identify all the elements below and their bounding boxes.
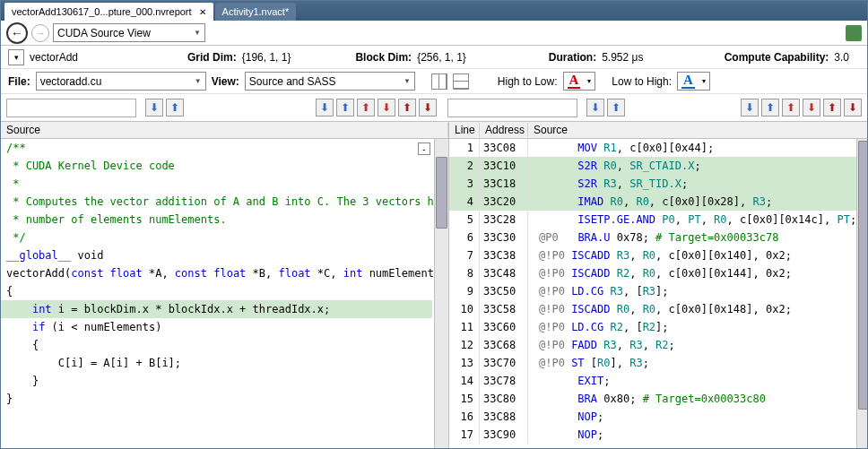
compute-cap-label: Compute Capability: <box>725 51 829 64</box>
grid-dim-label: Grid Dim: <box>187 51 237 64</box>
scrollbar[interactable] <box>434 139 448 449</box>
chevron-down-icon: ▼ <box>194 29 201 37</box>
source-line[interactable]: */ <box>1 229 432 246</box>
view-selector-value: CUDA Source View <box>57 27 151 39</box>
scrollbar[interactable] <box>856 139 868 449</box>
arrow-down-red-icon[interactable]: ⬇ <box>803 99 820 117</box>
sass-row[interactable]: 1433C78 EXIT; <box>449 372 856 390</box>
sass-row[interactable]: 733C38@!P0 ISCADD R3, R0, c[0x0][0x140],… <box>449 246 856 264</box>
scroll-thumb[interactable] <box>858 141 868 410</box>
document-tabs: vectorAdd130617_0...pture_000.nvreport ✕… <box>1 1 867 21</box>
right-filter-input[interactable] <box>447 99 577 117</box>
view-selector-dropdown[interactable]: CUDA Source View ▼ <box>53 23 205 42</box>
dropdown-icon[interactable]: ▾ <box>8 49 24 65</box>
arrow-down-darkred-icon[interactable]: ⬇ <box>419 99 437 117</box>
sass-code-body[interactable]: 133C08 MOV R1, c[0x0][0x44];233C10 S2R R… <box>449 139 868 449</box>
view-label: View: <box>212 75 239 88</box>
source-code-body[interactable]: /** * CUDA Kernel Device code * * Comput… <box>1 139 448 449</box>
low-to-high-button[interactable]: A ▾ <box>677 72 710 91</box>
arrow-down-darkred-icon[interactable]: ⬇ <box>844 99 862 117</box>
arrow-down-blue-icon[interactable]: ⬇ <box>586 99 604 117</box>
source-line[interactable]: * Computes the vector addition of A and … <box>1 193 432 211</box>
nvidia-icon[interactable] <box>846 25 862 41</box>
split-horizontal-button[interactable] <box>431 73 447 90</box>
close-icon[interactable]: ✕ <box>199 7 206 17</box>
chevron-down-icon: ▾ <box>702 77 706 85</box>
sass-row[interactable]: 833C48@!P0 ISCADD R2, R0, c[0x0][0x144],… <box>449 264 856 282</box>
source-pane: Source /** * CUDA Kernel Device code * *… <box>1 121 449 449</box>
sass-row[interactable]: 933C50@!P0 LD.CG R3, [R3]; <box>449 282 856 300</box>
arrow-down-blue-icon[interactable]: ⬇ <box>316 99 334 117</box>
source-line[interactable]: C[i] = A[i] + B[i]; <box>1 354 432 372</box>
sass-row[interactable]: 433C20 IMAD R0, R0, c[0x0][0x28], R3; <box>449 193 856 211</box>
scroll-thumb[interactable] <box>436 157 447 229</box>
sass-row[interactable]: 1033C58@!P0 ISCADD R0, R0, c[0x0][0x148]… <box>449 300 856 318</box>
arrow-up-red-icon[interactable]: ⬆ <box>782 99 800 117</box>
sass-row[interactable]: 1233C68@!P0 FADD R3, R3, R2; <box>449 336 856 354</box>
block-dim-value: {256, 1, 1} <box>417 51 466 64</box>
source-line[interactable]: } <box>1 372 432 390</box>
chevron-down-icon: ▼ <box>404 77 411 85</box>
kernel-info-row: ▾ vectorAdd Grid Dim: {196, 1, 1} Block … <box>1 46 867 69</box>
low-to-high-label: Low to High: <box>612 75 672 88</box>
sass-row[interactable]: 333C18 S2R R3, SR_TID.X; <box>449 175 856 193</box>
arrow-down-blue-icon[interactable]: ⬇ <box>741 99 759 117</box>
source-line[interactable]: { <box>1 336 432 354</box>
source-line[interactable]: /** <box>1 139 432 157</box>
sass-row[interactable]: 1633C88 NOP; <box>449 408 856 426</box>
chevron-down-icon: ▾ <box>587 77 591 85</box>
sass-row[interactable]: 1133C60@!P0 LD.CG R2, [R2]; <box>449 318 856 336</box>
file-label: File: <box>8 75 30 88</box>
sass-row[interactable]: 633C30@P0 BRA.U 0x78; # Target=0x00033c7… <box>449 229 856 246</box>
split-vertical-button[interactable] <box>453 73 469 90</box>
high-to-low-button[interactable]: A ▾ <box>563 72 596 91</box>
source-line[interactable]: if (i < numElements) <box>1 318 432 336</box>
content-area: Source /** * CUDA Kernel Device code * *… <box>1 121 867 449</box>
source-line[interactable]: * number of elements numElements. <box>1 211 432 229</box>
chevron-down-icon: ▼ <box>195 77 202 85</box>
arrow-up-blue-icon[interactable]: ⬆ <box>761 99 779 117</box>
nav-back-button[interactable]: ← <box>6 22 28 44</box>
tab-label: Activity1.nvact* <box>222 6 290 17</box>
source-line[interactable]: vectorAdd(const float *A, const float *B… <box>1 264 432 282</box>
file-value: vectoradd.cu <box>40 75 102 88</box>
arrow-up-darkred-icon[interactable]: ⬆ <box>398 99 416 117</box>
grid-dim-value: {196, 1, 1} <box>242 51 291 64</box>
collapse-button[interactable]: - <box>418 142 430 155</box>
arrow-up-blue-icon[interactable]: ⬆ <box>166 99 184 117</box>
source-line[interactable]: int i = blockDim.x * blockIdx.x + thread… <box>1 300 432 318</box>
source-header-label: Source <box>1 123 448 137</box>
view-mode-value: Source and SASS <box>249 75 336 88</box>
col-source: Source <box>528 123 868 137</box>
filter-row: ⬇ ⬆ ⬇ ⬆ ⬆ ⬇ ⬆ ⬇ ⬇ ⬆ ⬇ ⬆ ⬆ ⬇ ⬆ ⬇ <box>1 94 867 121</box>
sass-row[interactable]: 533C28 ISETP.GE.AND P0, PT, R0, c[0x0][0… <box>449 211 856 229</box>
sass-row[interactable]: 1733C90 NOP; <box>449 426 856 444</box>
arrow-down-red-icon[interactable]: ⬇ <box>378 99 395 117</box>
view-mode-dropdown[interactable]: Source and SASS ▼ <box>245 72 415 91</box>
nav-forward-button[interactable]: → <box>31 24 49 42</box>
sass-row[interactable]: 133C08 MOV R1, c[0x0][0x44]; <box>449 139 856 157</box>
a-blue-icon: A <box>681 73 695 89</box>
block-dim-label: Block Dim: <box>355 51 412 64</box>
arrow-up-blue-icon[interactable]: ⬆ <box>336 99 354 117</box>
tab-report[interactable]: vectorAdd130617_0...pture_000.nvreport ✕ <box>4 3 213 21</box>
sass-row[interactable]: 233C10 S2R R0, SR_CTAID.X; <box>449 157 856 175</box>
sass-row[interactable]: 1333C70@!P0 ST [R0], R3; <box>449 354 856 372</box>
source-line[interactable]: __global__ void <box>1 246 432 264</box>
arrow-down-blue-icon[interactable]: ⬇ <box>145 99 163 117</box>
left-filter-input[interactable] <box>6 99 136 117</box>
source-line[interactable]: { <box>1 282 432 300</box>
a-red-icon: A <box>568 73 581 89</box>
source-line[interactable]: } <box>1 390 432 408</box>
tab-label: vectorAdd130617_0...pture_000.nvreport <box>12 6 192 17</box>
source-line[interactable]: * CUDA Kernel Device code <box>1 157 432 175</box>
kernel-name: vectorAdd <box>30 51 78 64</box>
file-dropdown[interactable]: vectoradd.cu ▼ <box>36 72 206 91</box>
sass-row[interactable]: 1533C80 BRA 0x80; # Target=0x00033c80 <box>449 390 856 408</box>
tab-activity[interactable]: Activity1.nvact* <box>215 3 297 21</box>
arrow-up-darkred-icon[interactable]: ⬆ <box>823 99 841 117</box>
col-line: Line <box>449 123 480 137</box>
arrow-up-blue-icon[interactable]: ⬆ <box>607 99 625 117</box>
arrow-up-red-icon[interactable]: ⬆ <box>357 99 375 117</box>
source-line[interactable]: * <box>1 175 432 193</box>
